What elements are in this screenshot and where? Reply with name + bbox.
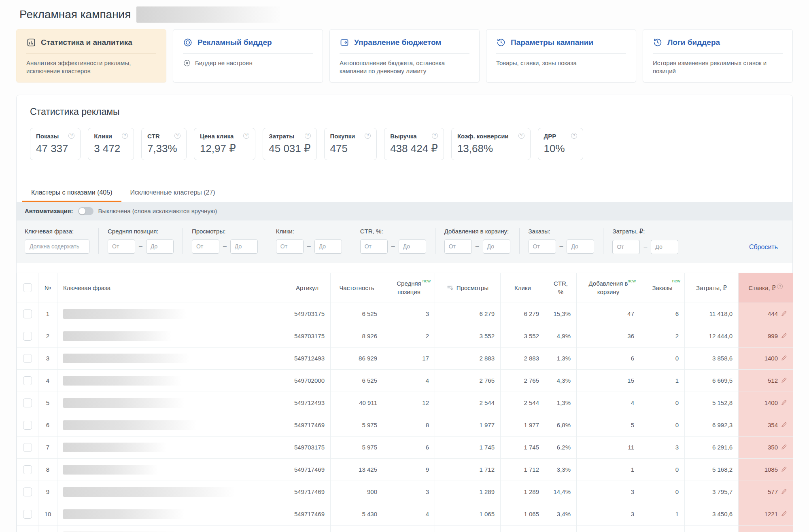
nav-card-description: История изменения рекламных ставок и поз… [653,59,783,76]
table-header-row: № Ключевая фраза Артикул Частотность Сре… [17,273,793,303]
row-checkbox[interactable] [23,487,32,496]
range-to-input[interactable] [146,240,174,254]
help-icon[interactable]: ? [777,284,783,289]
stat-card: Затраты ? 45 031 ₽ [263,128,316,160]
col-ctr: CTR, % [545,273,577,303]
range-to-input[interactable] [230,240,258,254]
edit-bid-icon[interactable] [781,355,787,361]
range-from-input[interactable] [529,240,556,254]
row-checkbox[interactable] [23,510,32,519]
row-checkbox[interactable] [23,443,32,452]
help-icon[interactable]: ? [68,133,74,139]
nav-card-description: Биддер не настроен [183,59,313,67]
help-icon[interactable]: ? [571,133,577,139]
bar-chart-icon [26,38,36,47]
help-icon[interactable]: ? [243,133,249,139]
filter-label: Средняя позиция: [108,228,174,235]
edit-bid-icon[interactable] [781,511,787,517]
bid-value: 577 [768,488,778,495]
nav-card-title: Управление бюджетом [354,38,441,47]
range-from-input[interactable] [612,240,640,254]
range-to-input[interactable] [651,240,678,254]
redacted-phrase [63,509,185,519]
table-row: 8 549717469 13 425 9 1 712 1 712 3,3% 1 … [17,458,793,481]
range-from-input[interactable] [192,240,219,254]
redacted-phrase [63,354,189,363]
range-from-input[interactable] [360,240,388,254]
col-orders: Заказыnew [640,273,685,303]
stat-cards: Показы ? 47 337 Клики ? 3 472 CTR ? 7,33… [17,117,792,160]
filter-label: Просмотры: [192,228,258,235]
row-checkbox[interactable] [23,354,32,363]
stat-card: Выручка ? 438 424 ₽ [384,128,444,160]
edit-bid-icon[interactable] [781,333,787,339]
range-from-input[interactable] [276,240,304,254]
stat-label: Клики [94,133,112,140]
edit-bid-icon[interactable] [781,444,787,450]
filter-label: Ключевая фраза: [25,228,89,235]
bid-value: 354 [768,422,778,428]
edit-bid-icon[interactable] [781,422,787,428]
edit-bid-icon[interactable] [781,310,787,317]
nav-card[interactable]: Управление бюджетом Автопополнение бюдже… [329,29,480,83]
stat-card: Клики ? 3 472 [88,128,134,160]
keyword-filter-input[interactable] [25,240,89,254]
range-to-input[interactable] [314,240,342,254]
range-to-input[interactable] [399,240,426,254]
row-checkbox[interactable] [23,332,32,341]
divider [183,53,313,54]
automation-bar: Автоматизация: Выключена (слова исключаю… [17,202,792,220]
automation-toggle[interactable] [78,207,93,215]
table-row: 9 549717469 900 3 1 289 1 289 14,4% 3 0 … [17,481,793,503]
tab-excluded-clusters[interactable]: Исключенные кластеры (27) [121,184,224,202]
row-checkbox[interactable] [23,376,32,385]
nav-card-title: Рекламный биддер [197,38,272,47]
col-spend: Затраты, ₽ [685,273,739,303]
filter-group: Затраты, ₽: – [603,228,687,254]
col-cart-additions: Добавления в корзинуnew [577,273,640,303]
nav-card[interactable]: Параметры кампании Товары, ставки, зоны … [486,29,636,83]
sort-desc-icon[interactable] [447,284,454,291]
reset-filters-link[interactable]: Сбросить [749,244,778,251]
bid-value: 350 [768,444,778,451]
help-icon[interactable]: ? [365,133,371,139]
table-row: 5 549712493 40 911 12 2 544 2 544 1,3% 4… [17,392,793,414]
help-icon[interactable]: ? [122,133,128,139]
range-to-input[interactable] [567,240,594,254]
help-icon[interactable]: ? [174,133,180,139]
stat-value: 13,68% [457,142,524,155]
table-row: 7 549703175 5 975 6 1 745 1 745 6,2% 11 … [17,436,793,458]
history-icon [653,38,662,47]
help-icon[interactable]: ? [432,133,438,139]
stat-card: ДРР ? 10% [538,128,583,160]
filter-label: Заказы: [529,228,595,235]
range-to-input[interactable] [483,240,510,254]
redacted-campaign-name [136,6,280,23]
row-checkbox[interactable] [23,465,32,474]
row-checkbox[interactable] [23,398,32,407]
edit-bid-icon[interactable] [781,377,787,384]
range-from-input[interactable] [108,240,135,254]
range-from-input[interactable] [444,240,472,254]
row-checkbox[interactable] [23,309,32,318]
page-header: Рекламная кампания [16,6,793,23]
nav-card[interactable]: Статистика и аналитика Аналитика эффекти… [16,29,166,83]
edit-bid-icon[interactable] [781,399,787,406]
help-icon[interactable]: ? [305,133,311,139]
new-badge: new [423,278,431,283]
redacted-phrase [63,376,181,386]
nav-card[interactable]: Рекламный биддер Биддер не настроен [173,29,323,83]
nav-card-title: Статистика и аналитика [41,38,132,47]
edit-bid-icon[interactable] [781,488,787,495]
stat-label: Покупки [330,133,355,140]
col-num: № [38,273,57,303]
select-all-checkbox[interactable] [23,283,32,292]
bid-value: 1221 [764,511,778,517]
stat-card: Цена клика ? 12,97 ₽ [194,128,255,160]
help-icon[interactable]: ? [518,133,524,139]
tab-clusters-with-impressions[interactable]: Кластеры с показами (405) [22,184,121,202]
row-checkbox[interactable] [23,421,32,430]
nav-card[interactable]: Логи биддера История изменения рекламных… [643,29,793,83]
edit-bid-icon[interactable] [781,466,787,473]
stat-value: 438 424 ₽ [390,142,438,155]
